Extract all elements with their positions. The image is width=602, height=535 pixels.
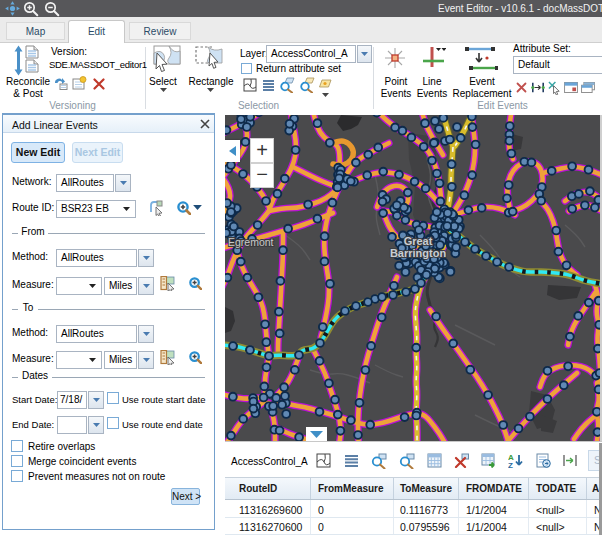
svg-text:Great: Great — [404, 235, 433, 247]
svg-text:Barrington: Barrington — [390, 247, 447, 259]
svg-text:Z: Z — [508, 461, 513, 469]
svg-text:Egremont: Egremont — [228, 236, 274, 248]
